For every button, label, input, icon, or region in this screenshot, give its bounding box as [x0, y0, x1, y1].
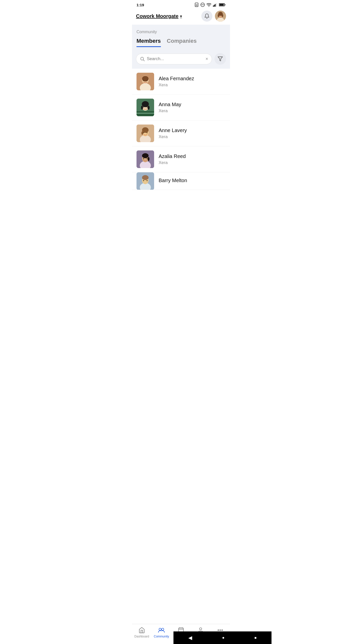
search-icon	[140, 56, 145, 61]
avatar	[137, 125, 154, 142]
svg-rect-10	[215, 4, 216, 7]
signal-icon	[213, 3, 217, 7]
community-section: Community Members Companies	[132, 25, 230, 50]
android-back-button[interactable]: ◀	[188, 635, 192, 641]
svg-rect-4	[197, 5, 197, 6]
member-info: Alea Fernandez Xera	[159, 76, 225, 88]
wifi-icon	[206, 3, 211, 7]
svg-rect-11	[216, 3, 216, 7]
svg-point-70	[220, 630, 220, 631]
svg-point-38	[141, 106, 143, 110]
svg-point-61	[147, 180, 148, 181]
member-name: Azalia Reed	[159, 153, 225, 159]
member-company: Xera	[159, 108, 225, 113]
list-item[interactable]: Anne Lavery Xera	[132, 120, 230, 146]
svg-point-46	[142, 131, 143, 135]
svg-rect-14	[219, 4, 224, 6]
tab-companies-label: Companies	[167, 38, 197, 44]
list-item[interactable]: Alea Fernandez Xera	[132, 69, 230, 95]
battery-icon	[219, 3, 225, 7]
tabs-container: Members Companies	[137, 38, 225, 47]
svg-point-32	[147, 80, 148, 81]
chevron-down-icon: ▾	[180, 14, 182, 19]
svg-point-48	[147, 132, 148, 133]
svg-point-40	[143, 106, 144, 107]
member-list: Alea Fernandez Xera	[132, 69, 230, 190]
svg-point-23	[221, 15, 222, 16]
svg-rect-1	[196, 5, 196, 5]
svg-rect-0	[195, 3, 198, 7]
svg-point-55	[147, 158, 148, 159]
user-avatar[interactable]	[215, 11, 226, 22]
avatar	[137, 99, 154, 116]
member-name: Barry Melton	[159, 178, 225, 183]
svg-point-69	[218, 630, 219, 631]
member-info: Azalia Reed Xera	[159, 153, 225, 165]
svg-point-47	[143, 132, 144, 133]
nav-item-community[interactable]: Community	[154, 627, 169, 638]
notification-button[interactable]	[201, 11, 212, 22]
svg-point-63	[162, 628, 164, 630]
svg-point-62	[159, 628, 161, 630]
clear-search-button[interactable]: ×	[205, 56, 208, 62]
member-info: Anne Lavery Xera	[159, 128, 225, 139]
filter-icon	[217, 56, 223, 62]
status-icons	[194, 3, 225, 7]
member-name: Anna May	[159, 102, 225, 107]
svg-rect-9	[214, 5, 215, 7]
list-item[interactable]: Azalia Reed Xera	[132, 146, 230, 172]
workspace-title[interactable]: Cowork Moorgate ▾	[136, 13, 182, 19]
avatar	[137, 73, 154, 90]
filter-button[interactable]	[214, 53, 226, 65]
svg-point-53	[148, 157, 150, 161]
svg-point-60	[143, 180, 144, 181]
member-info: Anna May Xera	[159, 102, 225, 113]
member-info: Barry Melton	[159, 178, 225, 184]
svg-point-39	[148, 106, 150, 110]
nav-item-dashboard[interactable]: Dashboard	[134, 627, 149, 638]
status-time: 1:19	[137, 3, 144, 7]
android-nav-bar: ◀ ● ■	[173, 631, 230, 644]
header-actions	[201, 11, 226, 22]
search-input[interactable]	[147, 56, 203, 61]
tab-members-label: Members	[137, 38, 161, 44]
svg-rect-8	[213, 6, 214, 7]
member-company: Xera	[159, 134, 225, 139]
nav-label-community: Community	[154, 635, 169, 638]
svg-rect-13	[225, 4, 225, 5]
svg-rect-35	[137, 113, 154, 114]
avatar	[137, 150, 154, 168]
svg-point-29	[142, 76, 149, 82]
tab-members[interactable]: Members	[137, 38, 161, 47]
svg-point-71	[222, 630, 222, 631]
member-company: Xera	[159, 83, 225, 88]
sim-card-icon	[194, 3, 199, 7]
svg-point-37	[142, 101, 149, 107]
svg-line-25	[143, 60, 145, 61]
avatar	[137, 172, 154, 190]
search-row: ×	[132, 50, 230, 69]
svg-point-54	[143, 158, 144, 159]
svg-point-41	[147, 106, 148, 107]
svg-point-7	[209, 6, 209, 7]
svg-point-52	[142, 153, 149, 158]
svg-rect-2	[197, 5, 197, 5]
nav-label-dashboard: Dashboard	[134, 635, 149, 638]
svg-point-31	[143, 80, 144, 81]
svg-point-22	[219, 15, 220, 16]
community-label: Community	[137, 30, 225, 34]
search-container: ×	[136, 54, 212, 64]
svg-point-68	[200, 628, 202, 630]
status-bar: 1:19	[132, 0, 230, 9]
member-name: Alea Fernandez	[159, 76, 225, 82]
svg-marker-26	[218, 57, 222, 61]
android-home-button[interactable]: ●	[222, 635, 224, 640]
bell-icon	[204, 13, 210, 19]
svg-rect-3	[196, 5, 196, 6]
header: Cowork Moorgate ▾	[132, 9, 230, 25]
member-name: Anne Lavery	[159, 128, 225, 133]
list-item[interactable]: Anna May Xera	[132, 95, 230, 120]
svg-point-20	[218, 14, 219, 17]
tab-companies[interactable]: Companies	[167, 38, 197, 47]
list-item[interactable]: Barry Melton	[132, 172, 230, 190]
